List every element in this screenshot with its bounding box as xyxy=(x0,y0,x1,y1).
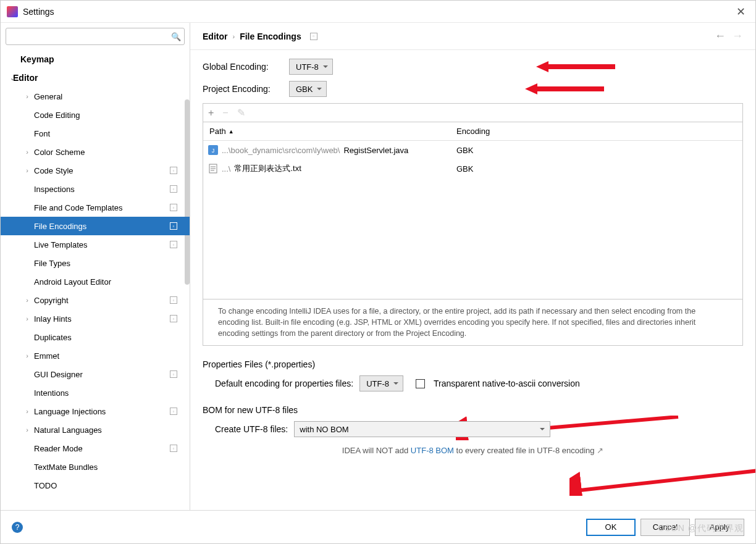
encoding-table: Path ▲ Encoding J...\book_dynamic\src\co… xyxy=(203,122,743,299)
sidebar-item-todo[interactable]: TODO xyxy=(1,476,190,495)
bom-label: Create UTF-8 files: xyxy=(215,424,288,434)
sidebar-item-general[interactable]: ›General xyxy=(1,87,190,106)
sidebar-item-label: Inspections xyxy=(34,185,190,194)
sidebar-item-inlay-hints[interactable]: ›Inlay Hints▫ xyxy=(1,309,190,328)
sort-asc-icon: ▲ xyxy=(229,128,234,135)
sidebar-item-label: Language Injections xyxy=(34,407,190,416)
sidebar-item-label: Editor xyxy=(13,73,190,83)
close-icon[interactable]: ✕ xyxy=(733,5,749,19)
settings-tree: Keymap⌄Editor›GeneralCode EditingFont›Co… xyxy=(1,50,190,510)
sidebar: 🔍 Keymap⌄Editor›GeneralCode EditingFont›… xyxy=(1,23,190,510)
column-encoding-header[interactable]: Encoding xyxy=(450,127,490,136)
sidebar-item-label: Code Editing xyxy=(34,111,190,120)
sidebar-item-label: Duplicates xyxy=(34,333,190,342)
project-badge-icon: ▫ xyxy=(170,296,177,304)
utf8-bom-link[interactable]: UTF-8 BOM xyxy=(411,446,454,455)
remove-icon[interactable]: − xyxy=(222,107,228,119)
chevron-icon: › xyxy=(24,408,30,415)
main-header: Editor › File Encodings ▫ ← → xyxy=(190,23,755,50)
sidebar-item-color-scheme[interactable]: ›Color Scheme xyxy=(1,143,190,161)
svg-text:J: J xyxy=(212,148,215,154)
sidebar-item-label: Color Scheme xyxy=(34,148,190,157)
sidebar-item-language-injections[interactable]: ›Language Injections▫ xyxy=(1,402,190,421)
forward-arrow-icon[interactable]: → xyxy=(732,30,743,43)
transparent-ascii-checkbox[interactable] xyxy=(416,379,425,388)
sidebar-item-label: Font xyxy=(34,129,190,138)
back-arrow-icon[interactable]: ← xyxy=(715,30,726,43)
project-badge-icon: ▫ xyxy=(170,370,177,378)
apply-button[interactable]: Apply xyxy=(695,519,744,536)
sidebar-item-duplicates[interactable]: Duplicates xyxy=(1,328,190,346)
column-path-header[interactable]: Path ▲ xyxy=(203,127,450,136)
svg-line-11 xyxy=(574,466,755,491)
annotation-arrow xyxy=(536,59,616,75)
sidebar-item-file-and-code-templates[interactable]: File and Code Templates▫ xyxy=(1,198,190,217)
ok-button[interactable]: OK xyxy=(586,519,636,536)
project-badge-icon: ▫ xyxy=(170,315,177,322)
chevron-icon: › xyxy=(24,167,30,174)
table-toolbar: + − ✎ xyxy=(203,103,743,122)
table-row[interactable]: J...\book_dynamic\src\com\ly\web\RegistS… xyxy=(203,141,742,159)
add-icon[interactable]: + xyxy=(208,107,214,119)
sidebar-item-file-types[interactable]: File Types xyxy=(1,254,190,272)
search-input[interactable] xyxy=(6,28,185,45)
properties-encoding-select[interactable]: UTF-8 xyxy=(359,375,403,391)
chevron-icon: ⌄ xyxy=(9,74,15,82)
sidebar-item-android-layout-editor[interactable]: Android Layout Editor xyxy=(1,272,190,291)
cancel-button[interactable]: Cancel xyxy=(640,519,690,536)
sidebar-item-gui-designer[interactable]: GUI Designer▫ xyxy=(1,365,190,383)
sidebar-item-label: File Types xyxy=(34,259,190,268)
encoding-hint: To change encoding IntelliJ IDEA uses fo… xyxy=(203,299,743,346)
sidebar-item-file-encodings[interactable]: File Encodings▫ xyxy=(1,217,190,235)
sidebar-item-label: TODO xyxy=(34,481,190,490)
annotation-arrow xyxy=(569,465,755,496)
sidebar-item-label: Live Templates xyxy=(34,240,190,249)
chevron-right-icon: › xyxy=(232,33,235,40)
global-encoding-label: Global Encoding: xyxy=(203,62,289,72)
content-pane: Global Encoding: UTF-8 Project Encoding:… xyxy=(190,50,755,510)
sidebar-item-reader-mode[interactable]: Reader Mode▫ xyxy=(1,439,190,458)
external-link-icon: ↗ xyxy=(597,446,603,455)
chevron-icon: › xyxy=(24,426,30,433)
sidebar-item-code-editing[interactable]: Code Editing xyxy=(1,106,190,124)
sidebar-item-editor[interactable]: ⌄Editor xyxy=(1,69,190,87)
project-badge-icon: ▫ xyxy=(170,204,177,211)
sidebar-item-emmet[interactable]: ›Emmet xyxy=(1,346,190,365)
transparent-ascii-label: Transparent native-to-ascii conversion xyxy=(434,379,580,388)
breadcrumb-seg-1: Editor xyxy=(203,31,227,41)
sidebar-item-code-style[interactable]: ›Code Style▫ xyxy=(1,161,190,180)
sidebar-item-textmate-bundles[interactable]: TextMate Bundles xyxy=(1,458,190,476)
sidebar-item-intentions[interactable]: Intentions xyxy=(1,383,190,402)
sidebar-item-label: Copyright xyxy=(34,296,190,305)
sidebar-item-live-templates[interactable]: Live Templates▫ xyxy=(1,235,190,254)
table-row[interactable]: ...\常用正则表达式.txtGBK xyxy=(203,159,742,178)
sidebar-item-label: File Encodings xyxy=(34,222,190,231)
breadcrumb: Editor › File Encodings ▫ xyxy=(203,31,317,41)
sidebar-item-label: General xyxy=(34,92,190,101)
sidebar-item-keymap[interactable]: Keymap xyxy=(1,50,190,69)
properties-section-title: Properties Files (*.properties) xyxy=(203,359,743,369)
bom-section-title: BOM for new UTF-8 files xyxy=(203,405,743,415)
project-badge-icon: ▫ xyxy=(170,408,177,415)
help-icon[interactable]: ? xyxy=(12,522,23,533)
sidebar-item-inspections[interactable]: Inspections▫ xyxy=(1,180,190,198)
chevron-icon: › xyxy=(24,148,30,156)
project-encoding-select[interactable]: GBK xyxy=(289,81,327,97)
app-icon xyxy=(7,6,18,17)
sidebar-item-natural-languages[interactable]: ›Natural Languages xyxy=(1,421,190,439)
chevron-icon: › xyxy=(24,296,30,304)
project-badge-icon: ▫ xyxy=(170,445,177,452)
sidebar-item-font[interactable]: Font xyxy=(1,124,190,143)
sidebar-item-label: Code Style xyxy=(34,166,190,175)
sidebar-item-copyright[interactable]: ›Copyright▫ xyxy=(1,291,190,309)
edit-icon[interactable]: ✎ xyxy=(237,107,245,119)
svg-marker-1 xyxy=(525,83,604,94)
breadcrumb-seg-2: File Encodings xyxy=(240,31,301,41)
global-encoding-select[interactable]: UTF-8 xyxy=(289,59,333,75)
bom-select[interactable]: with NO BOM xyxy=(294,421,550,437)
search-icon: 🔍 xyxy=(171,32,181,41)
sidebar-item-label: Emmet xyxy=(34,351,190,361)
sidebar-item-label: File and Code Templates xyxy=(34,203,190,212)
java-file-icon: J xyxy=(208,145,218,155)
bom-footnote: IDEA will NOT add UTF-8 BOM to every cre… xyxy=(203,446,743,455)
